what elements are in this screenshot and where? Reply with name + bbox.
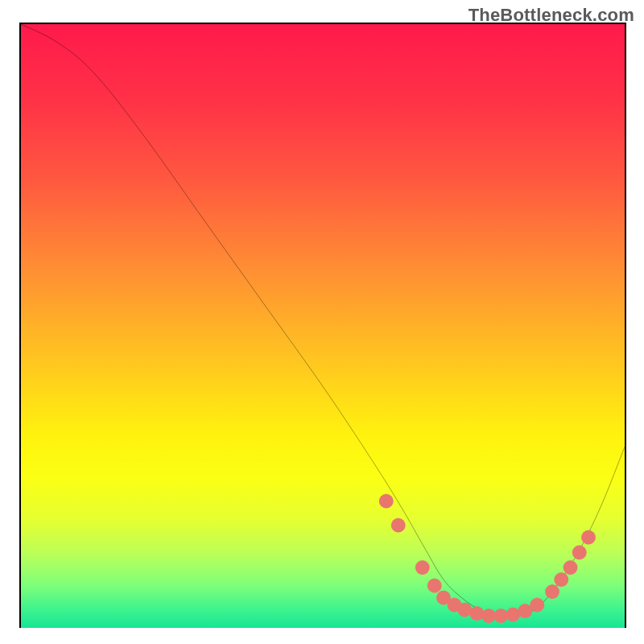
highlight-dot — [391, 518, 406, 533]
highlight-dot — [415, 560, 430, 575]
highlight-dots — [379, 494, 596, 623]
highlight-dot — [545, 584, 559, 599]
highlight-dot — [581, 530, 596, 545]
highlight-dot — [554, 572, 568, 587]
highlight-dot — [379, 494, 394, 509]
highlight-dot — [564, 560, 578, 575]
attribution-label: TheBottleneck.com — [469, 5, 634, 26]
chart-container: TheBottleneck.com — [0, 0, 644, 644]
bottleneck-curve — [21, 24, 625, 617]
highlight-dot — [572, 545, 587, 559]
highlight-dot — [469, 606, 484, 621]
highlight-dot — [427, 579, 442, 593]
highlight-dot — [530, 598, 544, 613]
chart-svg — [21, 24, 625, 628]
plot-area — [19, 23, 626, 628]
